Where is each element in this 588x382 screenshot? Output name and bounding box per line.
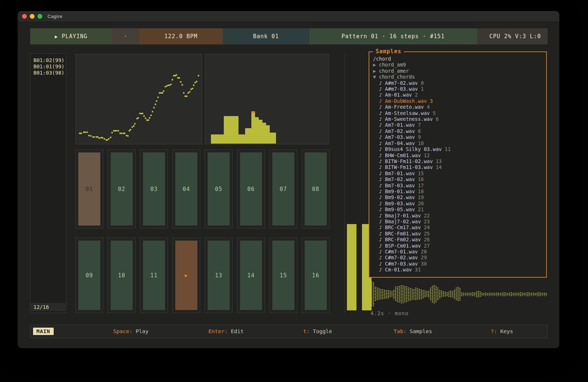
sample-file-row[interactable]: ♪ BRC-Fm01.wav 25 xyxy=(373,231,542,237)
close-icon[interactable] xyxy=(22,14,27,19)
sample-file-row[interactable]: ♪ C#m7-02.wav 29 xyxy=(373,255,542,260)
pad-2[interactable]: 02 xyxy=(111,152,133,226)
sample-file-index: 11 xyxy=(442,146,451,152)
sample-file-row[interactable]: ♪ Bm7-02.wav 16 xyxy=(373,176,542,182)
pad-1[interactable]: 01 xyxy=(78,152,100,226)
sample-file-row[interactable]: ♪ A#m7-02.wav 0 xyxy=(373,80,542,86)
sample-file-row[interactable]: ♪ Bmaj7-02.wav 23 xyxy=(373,219,542,224)
waveform-column xyxy=(439,290,440,299)
sample-file-row[interactable]: ♪ C#m7-01.wav 28 xyxy=(373,249,542,255)
sample-file-row[interactable]: ♪ C#m7-03.wav 30 xyxy=(373,261,542,267)
folder-row[interactable]: ▶ chord_am9 xyxy=(373,62,542,68)
pitch-scatter-chart xyxy=(75,54,202,144)
sample-file-row[interactable]: ♪ B9sus4 Silky 03.wav 11 xyxy=(373,146,542,152)
sample-file-name: Bm9-02.wav xyxy=(385,194,415,200)
sample-file-row[interactable]: ♪ Am-Sweetness.wav 6 xyxy=(373,116,542,122)
music-note-icon: ♪ xyxy=(373,92,385,98)
sample-file-index: 18 xyxy=(415,188,424,194)
waveform-column xyxy=(540,293,541,296)
pad-cell-8: 08 xyxy=(302,149,330,228)
sample-file-index: 5 xyxy=(430,110,435,116)
sample-file-row[interactable]: ♪ Bm9-02.wav 19 xyxy=(373,194,542,200)
music-note-icon: ♪ xyxy=(373,219,385,224)
sample-file-index: 12 xyxy=(421,152,430,158)
sample-file-row[interactable]: ♪ Am-Steelsaw.wav 5 xyxy=(373,110,542,116)
pad-7[interactable]: 07 xyxy=(272,152,294,226)
scatter-dot xyxy=(198,75,199,76)
sample-file-row[interactable]: ♪ Bm7-01.wav 15 xyxy=(373,170,542,176)
sample-file-row[interactable]: ♪ BITW-Fm11-03.wav 14 xyxy=(373,164,542,170)
waveform-column xyxy=(384,290,385,299)
sample-file-row[interactable]: ♪ BHW-Cm01.wav 12 xyxy=(373,152,542,158)
sample-file-row[interactable]: ♪ Am-01.wav 2 xyxy=(373,92,542,98)
zoom-icon[interactable] xyxy=(37,14,42,19)
sample-file-name: Cm-01.wav xyxy=(385,267,412,273)
waveform-column xyxy=(447,292,448,296)
pad-10[interactable]: 10 xyxy=(111,241,133,310)
sample-file-row[interactable]: ♪ BSP-Cm01.wav 27 xyxy=(373,243,542,249)
sample-file-index: 2 xyxy=(412,92,418,98)
sample-file-row[interactable]: ♪ Bm9-03.wav 20 xyxy=(373,201,542,206)
pad-cell-5: 05 xyxy=(205,149,233,228)
sample-file-row[interactable]: ♪ Am7-01.wav 7 xyxy=(373,122,542,128)
sample-file-index: 17 xyxy=(415,183,424,188)
waveform-column xyxy=(421,289,422,299)
sample-file-row[interactable]: ♪ BRC-Cm17.wav 24 xyxy=(373,224,542,230)
pad-16[interactable]: 16 xyxy=(305,241,327,310)
pad-15[interactable]: 15 xyxy=(272,241,294,310)
waveform-column xyxy=(393,290,394,299)
sample-file-row[interactable]: ♪ Bm9-05.wav 21 xyxy=(373,206,542,212)
event-row: B01:01(99) xyxy=(33,64,63,70)
histogram-bar xyxy=(245,128,251,144)
pad-8[interactable]: 08 xyxy=(305,152,327,226)
pad-9[interactable]: 09 xyxy=(78,241,100,310)
minimize-icon[interactable] xyxy=(30,14,35,19)
sample-file-name: A#m7-03.wav xyxy=(385,86,418,92)
sample-file-row[interactable]: ♪ Am7-03.wav 9 xyxy=(373,134,542,140)
pad-3[interactable]: 03 xyxy=(143,152,165,226)
sample-file-row[interactable]: ♪ A#m7-03.wav 1 xyxy=(373,86,542,92)
waveform-column xyxy=(524,293,525,296)
pad-13[interactable]: 13 xyxy=(208,241,230,310)
folder-name: chord_am9 xyxy=(379,62,406,68)
sample-file-row[interactable]: ♪ Am-DubWash.wav 3 xyxy=(373,98,542,104)
waveform-column xyxy=(463,293,464,296)
sample-file-index: 1 xyxy=(418,86,424,92)
pad-14[interactable]: 14 xyxy=(240,241,262,310)
pad-cell-16: 16 xyxy=(302,238,330,313)
sample-file-index: 13 xyxy=(433,158,442,164)
pad-4[interactable]: 04 xyxy=(175,152,197,226)
sample-file-row[interactable]: ♪ Am-Freeto.wav 4 xyxy=(373,104,542,110)
pad-6[interactable]: 06 xyxy=(240,152,262,226)
pad-cell-10: 10 xyxy=(108,238,136,313)
sample-file-row[interactable]: ♪ Am7-02.wav 8 xyxy=(373,128,542,134)
event-list: B01:02(99)B01:01(99)B01:03(98) xyxy=(31,54,66,80)
folder-row[interactable]: ▶ chord_amer xyxy=(373,68,542,74)
waveform-column xyxy=(380,289,381,300)
status-bar: ▶ PLAYING · 122.0 BPM Bank 01 Pattern 01… xyxy=(30,28,548,44)
sample-file-row[interactable]: ♪ Am7-04.wav 10 xyxy=(373,140,542,146)
histogram-bar xyxy=(251,111,255,144)
sample-file-row[interactable]: ♪ BITW-Fm11-02.wav 13 xyxy=(373,158,542,164)
samples-panel: Samples /chord▶ chord_am9▶ chord_amer▼ c… xyxy=(369,51,547,278)
sample-file-row[interactable]: ♪ Bm9-01.wav 18 xyxy=(373,188,542,194)
pad-11[interactable]: 11 xyxy=(143,241,165,310)
pad-12[interactable]: ▶ xyxy=(175,241,197,310)
sample-file-row[interactable]: ♪ Bmaj7-01.wav 22 xyxy=(373,213,542,219)
folder-row[interactable]: ▼ chord_chords xyxy=(373,74,542,80)
waveform-column xyxy=(377,288,378,301)
pad-cell-15: 15 xyxy=(269,238,297,313)
pad-5[interactable]: 05 xyxy=(208,152,230,226)
sample-file-row[interactable]: ♪ BRC-Fm02.wav 26 xyxy=(373,237,542,242)
waveform-column xyxy=(428,291,429,298)
music-note-icon: ♪ xyxy=(373,116,385,122)
sample-file-row[interactable]: ♪ Cm-01.wav 31 xyxy=(373,267,542,273)
sample-file-name: BITW-Fm11-03.wav xyxy=(385,164,433,170)
sample-file-index: 23 xyxy=(421,219,430,224)
pad-cell-9: 09 xyxy=(75,238,103,313)
sample-file-index: 9 xyxy=(415,134,421,140)
sample-file-index: 3 xyxy=(427,98,433,104)
waveform-column xyxy=(461,292,462,296)
waveform-column xyxy=(522,293,523,296)
sample-file-row[interactable]: ♪ Bm7-03.wav 17 xyxy=(373,183,542,188)
